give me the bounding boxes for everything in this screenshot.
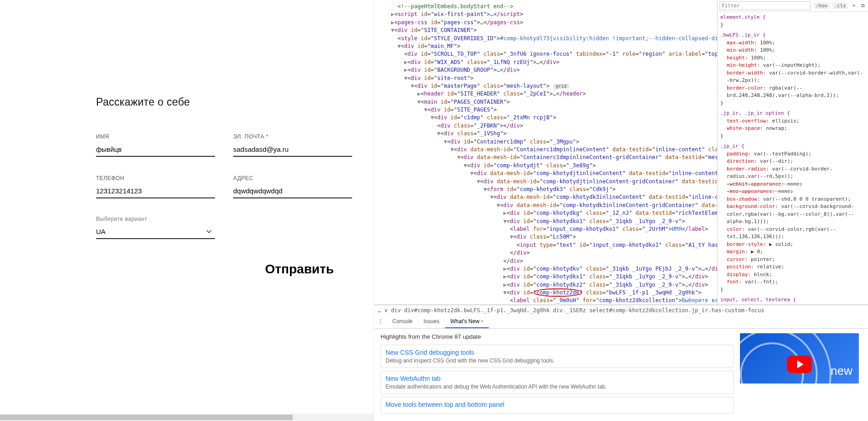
whatsnew-card[interactable]: Move tools between top and bottom panel xyxy=(380,397,734,414)
thumb-caption: new xyxy=(830,364,852,378)
dom-line[interactable]: ▼<div id="comp-khotydjt" class="_3e89g"> xyxy=(378,162,715,170)
input-select[interactable]: UA xyxy=(96,226,215,239)
input-address[interactable] xyxy=(233,185,352,198)
dom-line[interactable]: ▼<div data-mesh-id="comp-khotydk3inlineC… xyxy=(378,193,715,201)
input-name[interactable] xyxy=(96,144,215,157)
dom-line[interactable]: <div class="_2FBKN"></div> xyxy=(378,122,715,130)
dom-line[interactable]: ▶<div id="comp-khotydkg" class="_1Z_nJ" … xyxy=(378,209,715,217)
whatsnew-card[interactable]: New WebAuthn tabEmulate authenticators a… xyxy=(380,371,734,394)
dom-line[interactable]: ▼<div data-mesh-id="comp-khotydk3inlineC… xyxy=(378,202,715,209)
dom-line[interactable]: ▶<div id="BACKGROUND_GROUP">…</div> xyxy=(378,66,715,74)
whatsnew-video-thumb[interactable]: new xyxy=(740,333,859,384)
tab-issues[interactable]: Issues xyxy=(418,315,445,328)
dom-line[interactable]: <input type="text" id="input_comp-khotyd… xyxy=(378,241,715,249)
input-email[interactable] xyxy=(233,144,352,157)
styles-filter-input[interactable] xyxy=(719,1,811,10)
dom-line[interactable]: ▼<div class="Lc50M"> xyxy=(378,233,715,241)
field-address: АДРЕС xyxy=(233,175,352,198)
tab-console[interactable]: Console xyxy=(387,315,418,328)
field-email: ЭЛ. ПОЧТА * xyxy=(233,133,352,157)
drawer-menu-icon[interactable]: ⋮ xyxy=(374,315,387,328)
whatsnew-panel: Highlights from the Chrome 87 update New… xyxy=(374,329,868,421)
label-email: ЭЛ. ПОЧТА * xyxy=(233,133,352,140)
dom-line[interactable]: ▶<div id="comp-khotydkx1" class="_31qkb … xyxy=(378,273,715,281)
label-name: ИМЯ xyxy=(96,133,215,140)
css-rule[interactable]: input, select, textarea {font-family: He… xyxy=(720,296,865,304)
styles-rules[interactable]: element.style {}.bwLFS .jp_ir {max-width… xyxy=(718,12,868,304)
input-phone[interactable] xyxy=(96,185,215,198)
close-icon[interactable]: × xyxy=(480,318,483,325)
dom-line[interactable]: <style id="STYLE_OVERRIDES_ID">#comp-kho… xyxy=(378,35,715,43)
dom-line[interactable]: ▼<div data-mesh-id="comp-khotydjtinlineC… xyxy=(378,170,715,177)
dom-line[interactable]: ▼<div data-mesh-id="Containerc1dmpinline… xyxy=(378,146,715,154)
dom-line[interactable]: ▼<div id="main_MF"> xyxy=(378,43,715,50)
dom-line[interactable]: ▼<div id="comp-khotz2dk" class="bwLFS _1… xyxy=(378,289,715,297)
dom-line[interactable]: ▼<div id="SITE_PAGES"> xyxy=(378,106,715,114)
submit-button[interactable]: Отправить xyxy=(265,262,334,277)
css-rule[interactable]: .bwLFS .jp_ir {max-width: 100%;min-width… xyxy=(720,32,865,107)
label-phone: ТЕЛЕФОН xyxy=(96,175,215,181)
add-rule-icon[interactable]: + xyxy=(851,2,857,9)
cls-toggle[interactable]: .cls xyxy=(832,2,848,9)
dom-line[interactable]: ▶<div id="comp-khotydkz2" class="_31qkb … xyxy=(378,281,715,289)
drawer-tabs: ⋮ Console Issues What's New× xyxy=(374,315,868,329)
hov-toggle[interactable]: :hov xyxy=(814,2,830,9)
css-rule[interactable]: .jp_ir, .jp_ir option {text-overflow: el… xyxy=(720,110,865,140)
dom-line[interactable]: ▼<div id="SITE_CONTAINER"> xyxy=(378,27,715,34)
horizontal-scrollbar[interactable] xyxy=(0,414,374,421)
styles-toolbar: :hov .cls + ⧉ xyxy=(718,0,868,12)
dom-line[interactable]: ▼<div class="_1VShg"> xyxy=(378,130,715,138)
contact-form: Расскажите о себе ИМЯ ЭЛ. ПОЧТА * ТЕЛЕФО… xyxy=(96,96,334,277)
dom-line[interactable]: ▼<main id="PAGES_CONTAINER"> xyxy=(378,98,715,106)
dom-line[interactable]: ▼<div data-mesh-id="comp-khotydjtinlineC… xyxy=(378,178,715,186)
label-select: Выберите вариант xyxy=(96,216,215,222)
dom-line[interactable]: ▶<div id="comp-khotydkv" class="_31qkb _… xyxy=(378,265,715,273)
field-phone: ТЕЛЕФОН xyxy=(96,175,215,198)
dom-line[interactable]: <div id="SCROLL_TO_TOP" class="_3nfU6 ig… xyxy=(378,50,715,58)
dom-line[interactable]: ▼<div id="comp-khotydko1" class="_31qkb … xyxy=(378,218,715,225)
dom-line[interactable]: ▶<script id="wix-first-paint">…</script> xyxy=(378,11,715,18)
dom-line[interactable]: ▼<div id="c1dmp" class="_2txMn rcpjB"> xyxy=(378,114,715,122)
rendered-page: Расскажите о себе ИМЯ ЭЛ. ПОЧТА * ТЕЛЕФО… xyxy=(0,0,374,421)
elements-breadcrumb[interactable]: … v div div#comp-khotz2dk.bwLFS._1f-p1._… xyxy=(374,305,868,315)
whatsnew-headline: Highlights from the Chrome 87 update xyxy=(380,333,734,340)
css-rule[interactable]: element.style {} xyxy=(720,14,865,29)
dom-line[interactable]: ▼<div id="site-root"> xyxy=(378,75,715,82)
scrollbar-thumb[interactable] xyxy=(0,415,293,420)
whatsnew-card[interactable]: New CSS Grid debugging toolsDebug and in… xyxy=(380,345,734,368)
dom-line[interactable]: <label class="_0m0uH" for="comp-khotz2dk… xyxy=(378,297,715,304)
elements-tree[interactable]: <!--pageHtmlEmbeds.bodyStart end--> ▶<sc… xyxy=(374,0,717,304)
label-address: АДРЕС xyxy=(233,175,352,181)
tab-whatsnew[interactable]: What's New× xyxy=(445,315,489,328)
dom-line[interactable]: ▼<div id="masterPage" class="mesh-layout… xyxy=(378,82,715,90)
dom-line[interactable]: <label for="input_comp-khotydko1" class=… xyxy=(378,225,715,233)
toggle-pane-icon[interactable]: ⧉ xyxy=(860,2,866,9)
play-icon xyxy=(787,356,812,373)
dom-line[interactable]: </div> xyxy=(378,249,715,257)
breadcrumb-text: … v div div#comp-khotz2dk.bwLFS._1f-p1._… xyxy=(378,307,764,314)
field-select: Выберите вариант UA xyxy=(96,216,215,239)
dom-line[interactable]: ▶<div id="WIX_ADS" class="_1LfNQ rzEUj">… xyxy=(378,59,715,66)
dom-line[interactable]: ▶<header id="SITE_HEADER" class="_2pCeI"… xyxy=(378,90,715,98)
dom-line[interactable]: ▼<div id="Containerc1dmp" class="_3Mgpu"… xyxy=(378,138,715,146)
dom-line[interactable]: <!--pageHtmlEmbeds.bodyStart end--> xyxy=(378,3,715,11)
form-title: Расскажите о себе xyxy=(96,96,334,108)
dom-line[interactable]: </div> xyxy=(378,257,715,265)
css-rule[interactable]: .jp_ir {padding: var(--textPadding);dire… xyxy=(720,143,865,293)
field-name: ИМЯ xyxy=(96,133,215,157)
dom-line[interactable]: ▼<div data-mesh-id="Containerc1dmpinline… xyxy=(378,154,715,161)
styles-panel: :hov .cls + ⧉ element.style {}.bwLFS .jp… xyxy=(717,0,868,304)
dom-line[interactable]: ▼<form id="comp-khotydk3" class="Cdk9j"> xyxy=(378,186,715,193)
dom-line[interactable]: ▶<pages-css id="pages-css">…</pages-css> xyxy=(378,19,715,27)
devtools: <!--pageHtmlEmbeds.bodyStart end--> ▶<sc… xyxy=(374,0,868,421)
